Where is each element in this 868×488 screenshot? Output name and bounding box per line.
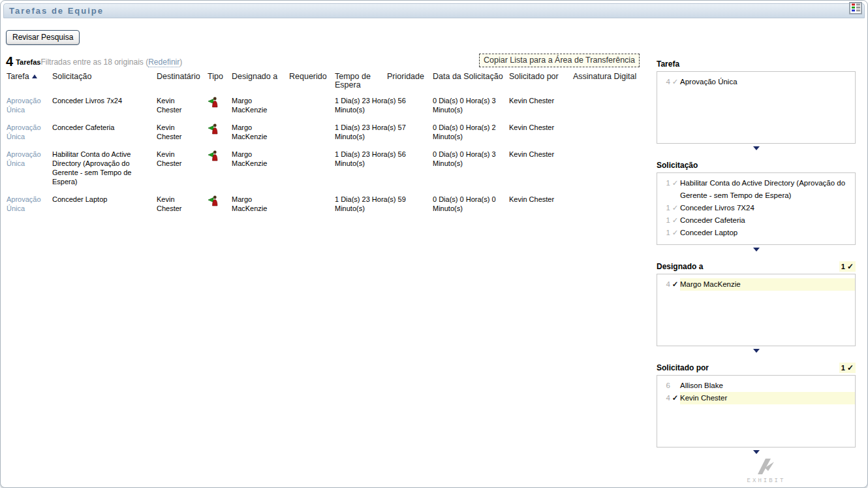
filter-item[interactable]: 1 ✓ Conceder Laptop xyxy=(657,227,855,239)
request-date: 0 Dia(s) 0 Hora(s) 3 Minuto(s) xyxy=(433,96,506,114)
task-link[interactable]: Aprovação Única xyxy=(7,195,41,212)
title-bar: Tarefas de Equipe xyxy=(3,3,865,18)
filter-label: Tarefa xyxy=(657,59,679,69)
column-header-tarefa[interactable]: Tarefa xyxy=(7,73,52,95)
column-legend-icon xyxy=(852,3,860,14)
item-count: 1 xyxy=(657,202,670,214)
exhibit-watermark: EXHIBIT xyxy=(737,457,796,484)
selected-count-badge: 1✓ xyxy=(839,363,856,373)
filter-label: Solicitação xyxy=(657,161,698,170)
assignee-name: Margo MacKenzie xyxy=(232,150,266,168)
item-label: Habilitar Conta do Active Directory (Apr… xyxy=(680,177,855,202)
filter-panel: Tarefa 4 ✓ Aprovação Única Solicitação 1… xyxy=(657,58,856,454)
selected-count-badge: 1✓ xyxy=(839,261,856,272)
task-table: Tarefa Solicitação Destinatário Tipo Des… xyxy=(7,73,649,220)
column-header-solicitacao[interactable]: Solicitação xyxy=(52,73,157,95)
filter-listbox: 6 Allison Blake 4 ✓ Kevin Chester xyxy=(657,375,856,447)
filter-item[interactable]: 1 ✓ Conceder Cafeteria xyxy=(657,214,855,227)
item-count: 1 xyxy=(657,227,670,239)
filter-group-solicitacao: Solicitação 1 ✓ Habilitar Conta do Activ… xyxy=(657,159,856,261)
scroll-down-icon[interactable] xyxy=(753,450,760,454)
sort-ascending-icon xyxy=(32,74,37,78)
filter-item[interactable]: 4 ✓ Margo MacKenzie xyxy=(657,278,855,291)
team-tasks-page: Tarefas de Equipe Revisar Pesquisa 4Tare… xyxy=(0,0,868,488)
item-count: 4 xyxy=(657,278,670,291)
filter-group-solicitado-por: Solicitado por 1✓ 6 Allison Blake 4 ✓ Ke… xyxy=(657,362,856,454)
recipient-name: Kevin Chester xyxy=(157,96,191,114)
filter-listbox: 4 ✓ Margo MacKenzie xyxy=(657,274,856,346)
watermark-text: EXHIBIT xyxy=(737,478,796,484)
check-icon: ✓ xyxy=(670,214,680,227)
filter-label: Designado a xyxy=(657,262,703,271)
check-icon: ✓ xyxy=(670,202,680,214)
recipient-name: Kevin Chester xyxy=(157,195,191,213)
filter-listbox: 4 ✓ Aprovação Única xyxy=(657,71,856,144)
column-header-tipo[interactable]: Tipo xyxy=(208,73,232,95)
requested-by: Kevin Chester xyxy=(509,195,554,203)
reset-filters-link[interactable]: Redefinir xyxy=(148,57,179,67)
requested-by: Kevin Chester xyxy=(509,97,554,105)
item-label: Aprovação Única xyxy=(680,76,855,88)
table-header-row: Tarefa Solicitação Destinatário Tipo Des… xyxy=(7,73,649,95)
recipient-name: Kevin Chester xyxy=(157,150,191,168)
column-header-prioridade[interactable]: Prioridade xyxy=(387,73,433,95)
claimed-task-icon xyxy=(208,150,219,161)
item-count: 4 xyxy=(657,76,670,88)
request-name: Habilitar Conta do Active Directory (Apr… xyxy=(52,150,131,186)
check-icon: ✓ xyxy=(670,227,680,239)
column-header-designado[interactable]: Designado a xyxy=(232,73,289,95)
review-search-button[interactable]: Revisar Pesquisa xyxy=(6,30,80,45)
column-header-assinatura-digital[interactable]: Assinatura Digital xyxy=(573,73,649,95)
request-name: Conceder Laptop xyxy=(52,195,107,203)
filter-item[interactable]: 4 ✓ Aprovação Única xyxy=(657,76,855,88)
check-icon: ✓ xyxy=(670,76,680,88)
task-link[interactable]: Aprovação Única xyxy=(7,97,41,114)
item-label: Allison Blake xyxy=(680,380,855,392)
check-icon: ✓ xyxy=(670,392,680,404)
claimed-task-icon xyxy=(208,123,219,135)
filter-item[interactable]: 1 ✓ Conceder Livros 7X24 xyxy=(657,202,855,214)
assignee-name: Margo MacKenzie xyxy=(232,96,266,114)
copy-list-button[interactable]: Copiar Lista para a Área de Transferênci… xyxy=(479,54,640,67)
claimed-task-icon xyxy=(208,96,219,108)
filter-label: Solicitado por xyxy=(657,363,709,372)
item-label: Conceder Livros 7X24 xyxy=(680,202,855,214)
filter-item[interactable]: 6 Allison Blake xyxy=(657,380,855,392)
column-legend-button[interactable] xyxy=(849,2,862,14)
column-header-data-solicitacao[interactable]: Data da Solicitação xyxy=(433,73,509,95)
column-header-destinatario[interactable]: Destinatário xyxy=(157,73,208,95)
check-icon: ✓ xyxy=(670,278,680,291)
item-label: Kevin Chester xyxy=(680,392,855,404)
requested-by: Kevin Chester xyxy=(509,150,554,158)
request-date: 0 Dia(s) 0 Hora(s) 2 Minuto(s) xyxy=(433,123,506,141)
request-date: 0 Dia(s) 0 Hora(s) 3 Minuto(s) xyxy=(433,150,506,168)
task-link[interactable]: Aprovação Única xyxy=(7,123,41,140)
column-header-solicitado-por[interactable]: Solicitado por xyxy=(509,73,573,95)
filter-group-tarefa: Tarefa 4 ✓ Aprovação Única xyxy=(657,58,856,159)
request-name: Conceder Livros 7x24 xyxy=(52,97,122,105)
request-date: 0 Dia(s) 0 Hora(s) 0 Minuto(s) xyxy=(433,195,506,213)
filter-item[interactable]: 4 ✓ Kevin Chester xyxy=(657,392,855,404)
assignee-name: Margo MacKenzie xyxy=(232,123,266,141)
item-count: 1 xyxy=(657,214,670,227)
check-icon: ✓ xyxy=(847,262,854,271)
requested-by: Kevin Chester xyxy=(509,123,554,131)
table-row: Aprovação Única Conceder Livros 7x24 Kev… xyxy=(7,95,649,122)
item-count: 4 xyxy=(657,392,670,404)
check-icon: ✓ xyxy=(847,363,854,372)
check-icon: ✓ xyxy=(670,177,680,189)
filter-item[interactable]: 1 ✓ Habilitar Conta do Active Directory … xyxy=(657,177,855,202)
item-label: Margo MacKenzie xyxy=(680,278,855,291)
task-count-unit: Tarefas xyxy=(16,58,40,66)
table-row: Aprovação Única Conceder Cafeteria Kevin… xyxy=(7,122,649,148)
recipient-name: Kevin Chester xyxy=(157,123,191,141)
column-header-tempo-espera[interactable]: Tempo de Espera xyxy=(335,73,387,95)
item-count: 1 xyxy=(657,177,670,189)
task-count: 4 xyxy=(6,54,13,69)
exhibit-logo-icon xyxy=(754,457,778,475)
table-row: Aprovação Única Habilitar Conta do Activ… xyxy=(7,148,649,193)
item-label: Conceder Laptop xyxy=(680,227,855,239)
filtered-suffix: ) xyxy=(179,57,182,67)
column-header-requerido[interactable]: Requerido xyxy=(289,73,335,95)
task-link[interactable]: Aprovação Única xyxy=(7,150,41,167)
